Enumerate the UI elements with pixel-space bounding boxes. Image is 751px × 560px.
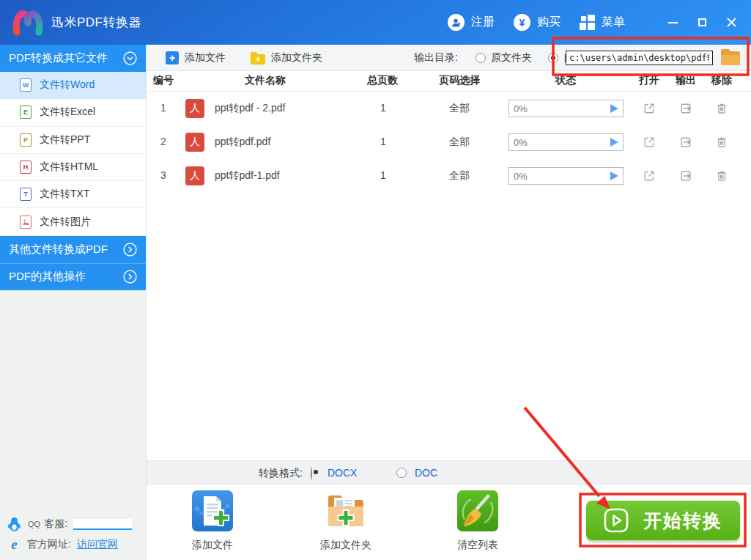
table-row: 1 人 ppt转pdf - 2.pdf 1 全部 0% [147,92,751,125]
app-window: 迅米PDF转换器 注册 ¥ 购买 菜单 [0,0,751,560]
delete-row-button[interactable] [715,136,728,151]
ie-browser-icon: e [8,537,21,551]
sidebar-contact: QQ 客服: e 官方网址: 访问官网 [0,511,147,551]
qq-service-input[interactable] [73,519,132,530]
open-file-button[interactable] [643,102,656,117]
radio-docx[interactable] [311,467,312,480]
output-path-input[interactable] [566,51,713,65]
add-file-big-icon [192,490,233,531]
close-button[interactable] [720,12,742,34]
minimize-button[interactable] [662,12,684,34]
delete-row-button[interactable] [715,169,728,185]
add-file-icon: + [166,51,179,65]
browse-folder-icon[interactable] [721,51,740,65]
window-controls [654,12,742,34]
play-outline-icon [604,508,629,533]
sidebar-item-excel[interactable]: E 文件转Excel [0,99,146,126]
sidebar-item-txt[interactable]: T 文件转TXT [0,181,146,208]
sidebar-item-html[interactable]: H 文件转HTML [0,154,146,181]
word-file-icon: W [20,78,32,92]
radio-original-label[interactable]: 原文件夹 [491,51,532,65]
clear-list-big-button[interactable]: 清空列表 [434,490,522,552]
format-bar: 转换格式: DOCX DOC [147,460,751,485]
file-name: ppt转pdf-1.pdf [215,169,280,183]
clear-list-big-icon [457,490,498,531]
file-name: ppt转pdf.pdf [215,136,270,149]
progress-bar: 0% [508,167,624,185]
titlebar-actions: 注册 ¥ 购买 菜单 [429,0,742,45]
sidebar-section-pdf-other-ops[interactable]: PDF的其他操作 [0,263,146,290]
maximize-button[interactable] [691,12,713,34]
app-title: 迅米PDF转换器 [51,0,141,45]
radio-custom-folder[interactable] [548,53,558,63]
play-icon[interactable] [610,138,618,147]
yuan-icon: ¥ [514,14,530,31]
sidebar-section-other-to-pdf[interactable]: 其他文件转换成PDF [0,236,146,263]
ppt-file-icon: P [20,133,32,147]
app-logo-icon [10,6,45,40]
html-file-icon: H [20,161,32,174]
radio-doc[interactable] [396,468,407,478]
table-header: 编号 文件名称 总页数 页码选择 状态 打开 输出 移除 [147,71,751,92]
delete-row-button[interactable] [715,102,728,117]
main-panel: + 添加文件 + 添加文件夹 输出目录: 原文件夹 自定义 编号 文件名称 总页… [147,45,751,560]
page-range[interactable]: 全部 [449,102,470,115]
open-output-button[interactable] [679,169,692,185]
play-icon[interactable] [610,172,618,180]
table-row: 3 人 ppt转pdf-1.pdf 1 全部 0% [147,159,751,193]
page-range[interactable]: 全部 [449,169,470,183]
sidebar-items: W 文件转Word E 文件转Excel P 文件转PPT H 文件转HTML … [0,72,146,236]
open-file-button[interactable] [643,136,656,151]
play-icon[interactable] [610,104,618,113]
sidebar-item-image[interactable]: 文件转图片 [0,208,146,235]
menu-grid-icon [580,15,595,30]
format-label: 转换格式: [259,467,303,480]
txt-file-icon: T [20,188,32,201]
radio-original-folder[interactable] [476,53,486,63]
table-row: 2 人 ppt转pdf.pdf 1 全部 0% [147,125,751,159]
pdf-file-icon: 人 [185,133,204,152]
register-user-icon [448,14,465,31]
buy-button[interactable]: ¥ 购买 [514,14,561,31]
open-output-button[interactable] [679,102,692,117]
add-folder-button[interactable]: + 添加文件夹 [251,51,322,65]
radio-docx-label[interactable]: DOCX [328,467,357,479]
open-file-button[interactable] [643,169,656,185]
official-site-row: e 官方网址: 访问官网 [0,537,147,551]
menu-button[interactable]: 菜单 [580,15,625,30]
pdf-file-icon: 人 [185,166,204,185]
pdf-file-icon: 人 [185,99,204,118]
chevron-right-circle-icon [123,270,137,284]
open-output-button[interactable] [679,136,692,151]
qq-penguin-icon [8,517,21,531]
toolbar: + 添加文件 + 添加文件夹 输出目录: 原文件夹 自定义 [147,45,751,71]
chevron-right-circle-icon [123,243,137,257]
sidebar-section-pdf-to-other[interactable]: PDF转换成其它文件 [0,45,146,72]
register-label: 注册 [471,15,495,30]
progress-bar: 0% [508,100,624,117]
add-folder-big-icon [325,490,366,531]
sidebar-item-ppt[interactable]: P 文件转PPT [0,127,146,154]
output-dir-label: 输出目录: [414,51,458,65]
qq-service-row: QQ 客服: [0,517,147,531]
close-icon [727,18,736,27]
add-file-big-button[interactable]: 添加文件 [169,490,256,552]
add-folder-big-button[interactable]: 添加文件夹 [302,490,390,552]
bottom-bar: 添加文件 添加文件夹 [147,485,751,560]
menu-label: 菜单 [602,15,625,30]
progress-bar: 0% [508,133,624,151]
add-file-button[interactable]: + 添加文件 [166,51,226,65]
sidebar-item-word[interactable]: W 文件转Word [0,72,146,99]
excel-file-icon: E [20,106,32,119]
image-file-icon [20,215,32,229]
start-convert-button[interactable]: 开始转换 [586,501,740,540]
page-range[interactable]: 全部 [449,136,470,149]
visit-site-link[interactable]: 访问官网 [77,538,118,551]
register-button[interactable]: 注册 [448,14,495,31]
titlebar: 迅米PDF转换器 注册 ¥ 购买 菜单 [0,0,751,45]
file-name: ppt转pdf - 2.pdf [215,102,286,115]
sidebar: PDF转换成其它文件 W 文件转Word E 文件转Excel P 文件转PPT… [0,45,147,560]
chevron-down-circle-icon [123,51,137,65]
add-folder-icon: + [251,54,265,65]
radio-doc-label[interactable]: DOC [415,467,437,479]
